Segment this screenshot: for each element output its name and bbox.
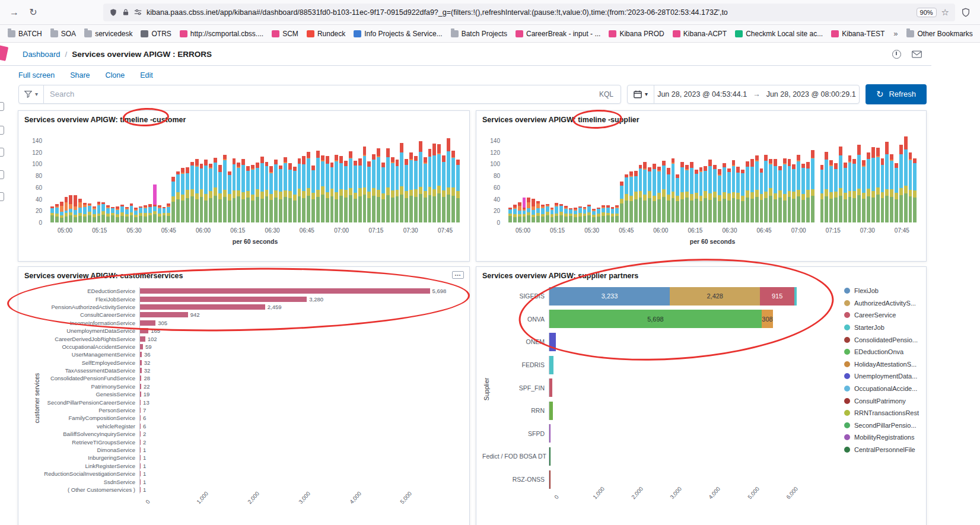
timeline-bar[interactable] <box>852 135 856 222</box>
permissions-icon[interactable] <box>134 8 142 16</box>
timeline-bar[interactable] <box>171 135 175 222</box>
bar[interactable] <box>140 415 141 421</box>
timeline-bar[interactable] <box>139 135 142 222</box>
timeline-bar[interactable] <box>60 135 63 222</box>
timeline-bar[interactable] <box>574 135 577 222</box>
lock-icon[interactable] <box>122 8 129 16</box>
timeline-bar[interactable] <box>274 135 278 222</box>
timeline-bar[interactable] <box>442 135 446 222</box>
timeline-bar[interactable] <box>307 135 310 222</box>
timeline-bar[interactable] <box>788 135 791 222</box>
timeline-bar[interactable] <box>587 135 591 222</box>
timeline-bar[interactable] <box>125 135 129 222</box>
timeline-bar[interactable] <box>321 135 324 222</box>
timeline-bar[interactable] <box>680 135 684 222</box>
timeline-bar[interactable] <box>424 135 427 222</box>
bar-segment[interactable] <box>549 378 552 397</box>
timeline-bar[interactable] <box>279 135 282 222</box>
bar[interactable] <box>140 360 142 365</box>
bar[interactable] <box>140 384 141 389</box>
bar[interactable] <box>140 336 145 342</box>
timeline-bar[interactable] <box>181 135 184 222</box>
bar-segment[interactable]: 3,233 <box>549 287 670 306</box>
timeline-bar[interactable] <box>419 135 422 222</box>
timeline-bar[interactable] <box>811 135 814 222</box>
timeline-bar[interactable] <box>755 135 759 222</box>
timeline-bar[interactable] <box>736 135 740 222</box>
timeline-bar[interactable] <box>904 135 908 222</box>
bar-segment[interactable] <box>549 470 551 489</box>
bookmarks-overflow-icon[interactable]: » <box>889 29 902 38</box>
bar[interactable] <box>140 463 141 469</box>
timeline-bar[interactable] <box>256 135 259 222</box>
bookmark-item[interactable]: Info Projects & Service... <box>349 28 446 40</box>
timeline-bar[interactable] <box>396 135 399 222</box>
timeline-bar[interactable] <box>513 135 517 222</box>
timeline-bar[interactable] <box>451 135 455 222</box>
timeline-bar[interactable] <box>648 135 651 222</box>
timeline-bar[interactable] <box>414 135 418 222</box>
timeline-bar[interactable] <box>447 135 450 222</box>
bar-segment[interactable] <box>794 287 797 306</box>
timeline-bar[interactable] <box>760 135 763 222</box>
timeline-bar[interactable] <box>559 135 563 222</box>
bar[interactable] <box>140 455 141 460</box>
reload-icon[interactable]: ↻ <box>25 4 42 21</box>
timeline-bar[interactable] <box>769 135 772 222</box>
timeline-bar[interactable] <box>862 135 866 222</box>
timeline-bar[interactable] <box>148 135 152 222</box>
timeline-bar[interactable] <box>428 135 432 222</box>
menu-full-screen[interactable]: Full screen <box>18 71 55 79</box>
timeline-bar[interactable] <box>190 135 194 222</box>
refresh-button[interactable]: ↻ Refresh <box>866 84 927 104</box>
timeline-bar[interactable] <box>825 135 828 222</box>
timeline-bar[interactable] <box>405 135 408 222</box>
timeline-bar[interactable] <box>699 135 703 222</box>
bar-segment[interactable]: 2,428 <box>670 287 760 306</box>
timeline-bar[interactable] <box>871 135 875 222</box>
timeline-bar[interactable] <box>237 135 240 222</box>
saved-query-menu[interactable]: ▾ <box>19 85 44 103</box>
bookmark-item[interactable]: http://scmportal.cbss.... <box>176 28 268 40</box>
timeline-bar[interactable] <box>615 135 619 222</box>
timeline-bar[interactable] <box>518 135 521 222</box>
timeline-bar[interactable] <box>667 135 670 222</box>
legend-item[interactable]: HolidayAttestationS... <box>844 358 922 371</box>
timeline-bar[interactable] <box>437 135 441 222</box>
timeline-bar[interactable] <box>597 135 600 222</box>
bar-segment[interactable] <box>549 356 553 374</box>
timeline-bar[interactable] <box>750 135 754 222</box>
timeline-bar[interactable] <box>106 135 110 222</box>
newsfeed-icon[interactable] <box>892 50 901 59</box>
timeline-bar[interactable] <box>214 135 217 222</box>
timeline-bar[interactable] <box>391 135 394 222</box>
legend-item[interactable]: AuthorizedActivityS... <box>844 297 922 310</box>
bookmark-item[interactable]: SCM <box>268 28 303 40</box>
timeline-bar[interactable] <box>74 135 77 222</box>
timeline-bar[interactable] <box>116 135 119 222</box>
timeline-bar[interactable] <box>204 135 208 222</box>
timeline-bar[interactable] <box>363 135 367 222</box>
bookmark-item[interactable]: Kibana-ACPT <box>669 28 731 40</box>
bar[interactable] <box>140 479 141 485</box>
timeline-bar[interactable] <box>298 135 301 222</box>
timeline-bar[interactable] <box>381 135 385 222</box>
bookmark-item[interactable]: Kibana PROD <box>604 28 668 40</box>
date-to[interactable]: Jun 28, 2023 @ 08:00:29.1 <box>766 90 856 98</box>
account-shield-icon[interactable] <box>961 8 971 17</box>
timeline-bar[interactable] <box>708 135 712 222</box>
timeline-bar[interactable] <box>111 135 114 222</box>
timeline-bar[interactable] <box>233 135 236 222</box>
timeline-bar[interactable] <box>551 135 554 222</box>
timeline-bar[interactable] <box>93 135 96 222</box>
timeline-bar[interactable] <box>569 135 572 222</box>
timeline-bar[interactable] <box>672 135 675 222</box>
timeline-bar[interactable] <box>69 135 72 222</box>
timeline-bar[interactable] <box>400 135 403 222</box>
timeline-bar[interactable] <box>195 135 199 222</box>
bar[interactable] <box>140 288 430 294</box>
bar[interactable] <box>140 368 142 373</box>
menu-clone[interactable]: Clone <box>106 71 125 79</box>
timeline-bar[interactable] <box>806 135 810 222</box>
timeline-bar[interactable] <box>55 135 59 222</box>
